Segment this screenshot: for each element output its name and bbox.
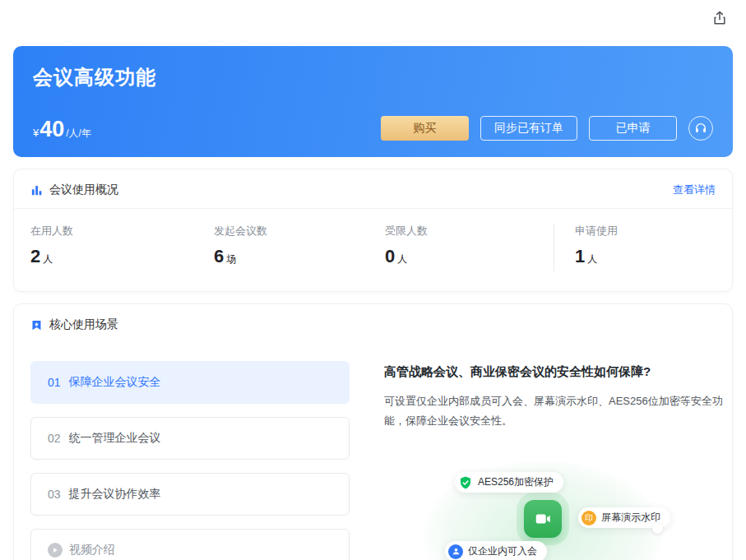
stat-apply-usage: 申请使用 1人 — [554, 224, 716, 266]
sync-orders-button[interactable]: 同步已有订单 — [480, 116, 577, 141]
scenario-number: 01 — [48, 376, 61, 389]
play-icon — [48, 543, 63, 558]
page: 会议高级功能 ¥ 40 /人/年 购买 同步已有订单 已申请 — [0, 0, 746, 560]
stat-value: 1人 — [575, 248, 716, 266]
scenario-label: 保障企业会议安全 — [69, 375, 161, 390]
stat-unit: 人 — [43, 253, 53, 265]
stat-unit: 人 — [587, 253, 597, 265]
bookmark-icon — [30, 319, 43, 331]
stat-unit: 场 — [226, 253, 236, 265]
scenario-item-security[interactable]: 01 保障企业会议安全 — [30, 361, 350, 404]
badge-internal-only: 仅企业内可入会 — [445, 541, 547, 560]
badge-label: AES256加密保护 — [478, 475, 554, 489]
scenario-item-management[interactable]: 02 统一管理企业会议 — [30, 417, 350, 460]
badge-label: 仅企业内可入会 — [468, 544, 537, 558]
stat-value: 0人 — [385, 248, 554, 266]
bar-chart-icon — [30, 184, 43, 197]
stat-label: 受限人数 — [385, 224, 554, 238]
share-icon — [711, 10, 728, 26]
scenario-detail-title: 高管战略会议、商业保密会议的安全性如何保障? — [384, 364, 733, 380]
overview-header: 会议使用概况 查看详情 — [14, 169, 732, 209]
stat-restricted-users: 受限人数 0人 — [385, 224, 554, 266]
video-intro-label: 视频介绍 — [69, 543, 115, 558]
scenario-body: 01 保障企业会议安全 02 统一管理企业会议 03 提升会议协作效率 视频介绍 — [14, 343, 732, 560]
banner-actions: 购买 同步已有订单 已申请 — [381, 116, 713, 141]
stat-label: 申请使用 — [575, 224, 716, 238]
usage-stats: 在用人数 2人 发起会议数 6场 受限人数 0人 申请使用 1人 — [14, 209, 732, 291]
badge-aes-encryption: AES256加密保护 — [455, 472, 563, 493]
scenario-detail-desc: 可设置仅企业内部成员可入会、屏幕演示水印、AES256位加密等安全功能，保障企业… — [384, 391, 733, 431]
price-amount: 40 — [39, 118, 64, 141]
view-details-link[interactable]: 查看详情 — [673, 183, 716, 197]
support-button[interactable] — [688, 116, 713, 141]
applied-button[interactable]: 已申请 — [589, 116, 677, 141]
overview-title: 会议使用概况 — [49, 183, 118, 197]
stat-value: 2人 — [30, 248, 214, 266]
scenario-item-efficiency[interactable]: 03 提升会议协作效率 — [30, 473, 350, 516]
scenario-detail: 高管战略会议、商业保密会议的安全性如何保障? 可设置仅企业内部成员可入会、屏幕演… — [384, 361, 733, 560]
stat-active-users: 在用人数 2人 — [30, 224, 214, 266]
top-bar — [0, 0, 746, 36]
scenario-label: 统一管理企业会议 — [69, 431, 161, 446]
stat-unit: 人 — [397, 253, 407, 265]
page-title: 会议高级功能 — [33, 64, 713, 90]
share-button[interactable] — [708, 7, 731, 30]
banner: 会议高级功能 ¥ 40 /人/年 购买 同步已有订单 已申请 — [13, 46, 733, 157]
headset-icon — [694, 122, 707, 135]
stat-label: 发起会议数 — [214, 224, 385, 238]
scenario-list: 01 保障企业会议安全 02 统一管理企业会议 03 提升会议协作效率 视频介绍 — [30, 361, 350, 560]
stamp-icon: 印 — [582, 511, 596, 525]
stat-label: 在用人数 — [30, 224, 214, 238]
person-icon — [448, 544, 463, 559]
decorative-dot — [652, 523, 663, 534]
price-unit: /人/年 — [66, 127, 91, 141]
stat-meetings-started: 发起会议数 6场 — [214, 224, 385, 266]
price: ¥ 40 /人/年 — [33, 118, 91, 141]
stat-value: 6场 — [214, 248, 385, 266]
scenario-number: 03 — [48, 488, 61, 501]
scenarios-card: 核心使用场景 01 保障企业会议安全 02 统一管理企业会议 03 提升会议协作… — [13, 303, 733, 560]
badge-label: 屏幕演示水印 — [601, 511, 660, 525]
scenarios-header: 核心使用场景 — [14, 304, 732, 343]
scenario-label: 提升会议协作效率 — [69, 487, 161, 502]
buy-button[interactable]: 购买 — [381, 116, 469, 141]
video-intro-item[interactable]: 视频介绍 — [30, 529, 350, 560]
security-illustration: AES256加密保护 印 屏幕演示水印 仅企业内可入会 — [417, 454, 697, 560]
video-camera-icon — [524, 500, 562, 538]
price-currency: ¥ — [33, 127, 39, 139]
scenario-number: 02 — [48, 432, 61, 445]
shield-check-icon — [458, 475, 473, 490]
scenarios-title: 核心使用场景 — [49, 317, 118, 332]
overview-card: 会议使用概况 查看详情 在用人数 2人 发起会议数 6场 受限人数 0人 申请使… — [13, 169, 733, 292]
